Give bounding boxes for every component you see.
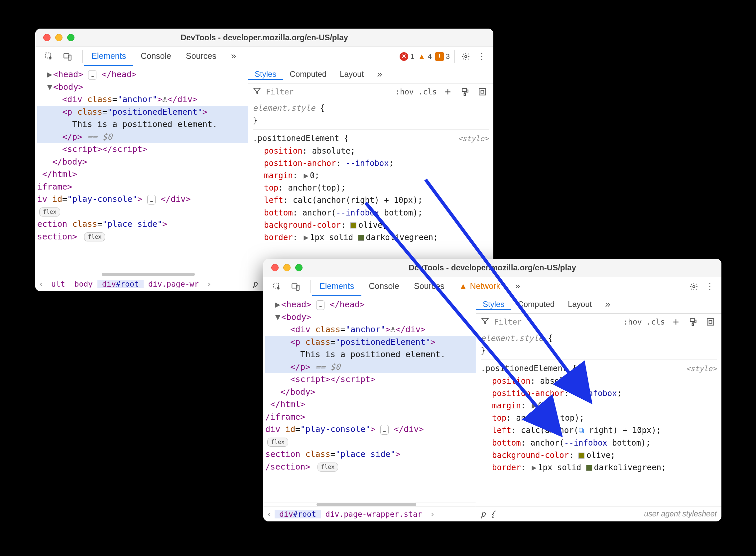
cls-button[interactable]: .cls (419, 88, 437, 96)
svg-rect-12 (690, 319, 694, 321)
settings-icon[interactable] (460, 50, 472, 63)
cls-button[interactable]: .cls (647, 318, 665, 326)
selected-dom-node[interactable]: <p class="positionedElement"> (265, 336, 476, 348)
kebab-icon[interactable]: ⋮ (704, 280, 716, 293)
tab-elements[interactable]: Elements (84, 47, 133, 66)
horizontal-scrollbar[interactable] (35, 272, 248, 276)
ellipsis-badge[interactable]: … (316, 300, 324, 310)
inspect-icon[interactable] (271, 280, 283, 293)
close-icon[interactable] (43, 34, 50, 41)
flex-badge[interactable]: flex (39, 208, 60, 217)
divider (82, 50, 83, 63)
ellipsis-badge[interactable]: … (147, 195, 155, 205)
ellipsis-badge[interactable]: … (380, 425, 389, 435)
maximize-icon[interactable] (67, 34, 74, 41)
info-badge[interactable]: !3 (435, 52, 450, 61)
horizontal-scrollbar[interactable] (263, 502, 476, 506)
hov-button[interactable]: :hov (623, 318, 642, 326)
breadcrumb-next[interactable]: › (427, 510, 438, 518)
tab-layout[interactable]: Layout (333, 69, 370, 80)
computed-toggle-icon[interactable] (704, 316, 717, 328)
filter-input[interactable]: Filter (266, 88, 391, 96)
panel-tabs: Elements Console Sources ▲Network » (312, 277, 528, 296)
kebab-icon[interactable]: ⋮ (475, 50, 488, 63)
breadcrumb-prev[interactable]: ‹ (263, 510, 275, 518)
computed-toggle-icon[interactable] (476, 85, 489, 98)
filter-icon (253, 86, 261, 97)
warnings-badge[interactable]: ▲4 (418, 52, 432, 61)
anchor-icon: ⚓ (162, 95, 167, 104)
minimize-icon[interactable] (283, 264, 291, 271)
tab-sources[interactable]: Sources (179, 47, 224, 66)
minimize-icon[interactable] (55, 34, 63, 41)
inspect-icon[interactable] (42, 50, 55, 63)
hov-button[interactable]: :hov (395, 88, 413, 96)
anchor-icon: ⚓ (390, 324, 395, 334)
divider (311, 280, 311, 293)
ellipsis-badge[interactable]: … (88, 70, 97, 80)
dom-tree[interactable]: ▶<head> … </head> ▼<body> <div class="an… (35, 66, 248, 272)
maximize-icon[interactable] (295, 264, 302, 271)
breadcrumb-item[interactable]: div.page-wrapper.star (321, 510, 427, 518)
settings-icon[interactable] (687, 280, 700, 293)
tab-computed[interactable]: Computed (511, 300, 561, 310)
traffic-lights (263, 264, 302, 271)
devtools-window-1: DevTools - developer.mozilla.org/en-US/p… (35, 29, 493, 291)
styles-rules[interactable]: element.style { } .positionedElement { <… (476, 330, 721, 506)
breadcrumb-item[interactable]: div#root (275, 510, 321, 518)
paint-icon[interactable] (459, 85, 471, 98)
tab-layout[interactable]: Layout (561, 300, 599, 310)
breadcrumb-prev[interactable]: ‹ (35, 280, 46, 288)
style-source-link[interactable]: <style> (686, 363, 717, 375)
breadcrumb-item[interactable]: div.page-wr (144, 280, 204, 288)
titlebar: DevTools - developer.mozilla.org/en-US/p… (263, 259, 721, 277)
more-tabs[interactable]: » (599, 299, 617, 311)
svg-point-3 (465, 55, 467, 58)
svg-rect-7 (481, 90, 484, 93)
style-source-link[interactable]: <style> (458, 133, 489, 144)
new-style-icon[interactable]: + (441, 85, 454, 98)
filter-icon (481, 317, 490, 327)
device-toggle-icon[interactable] (289, 280, 302, 293)
dom-tree[interactable]: ▶<head> … </head> ▼<body> <div class="an… (263, 296, 476, 502)
close-icon[interactable] (271, 264, 279, 271)
svg-rect-6 (479, 89, 486, 95)
tab-sources[interactable]: Sources (406, 277, 452, 296)
anchor-link-icon[interactable]: ⧉ (578, 426, 584, 435)
tab-computed[interactable]: Computed (283, 69, 333, 80)
svg-point-11 (693, 285, 695, 288)
paint-icon[interactable] (687, 316, 699, 328)
breadcrumb-item[interactable]: ult (46, 280, 70, 288)
breadcrumb-item[interactable]: body (70, 280, 98, 288)
tab-network[interactable]: ▲Network (452, 277, 508, 296)
errors-badge[interactable]: ✕1 (400, 52, 414, 61)
flex-badge[interactable]: flex (267, 438, 288, 447)
window-title: DevTools - developer.mozilla.org/en-US/p… (263, 263, 721, 272)
flex-badge[interactable]: flex (84, 233, 105, 242)
more-tabs[interactable]: » (370, 69, 389, 80)
tab-console[interactable]: Console (361, 277, 406, 296)
more-tabs[interactable]: » (508, 277, 528, 296)
devtools-window-2: DevTools - developer.mozilla.org/en-US/p… (263, 259, 721, 521)
tab-styles[interactable]: Styles (248, 69, 283, 80)
tab-console[interactable]: Console (133, 47, 179, 66)
styles-rules[interactable]: element.style { } .positionedElement { <… (248, 100, 493, 276)
svg-rect-4 (462, 89, 466, 92)
tab-elements[interactable]: Elements (312, 277, 361, 296)
tab-styles[interactable]: Styles (476, 300, 511, 310)
styles-tabs: Styles Computed Layout » (476, 296, 721, 314)
svg-rect-5 (464, 94, 465, 95)
breadcrumb-next[interactable]: › (204, 280, 215, 288)
new-style-icon[interactable]: + (670, 316, 682, 328)
filter-input[interactable]: Filter (494, 318, 619, 326)
styles-tabs: Styles Computed Layout » (248, 66, 493, 83)
selected-dom-node[interactable]: <p class="positionedElement"> (37, 106, 248, 118)
device-toggle-icon[interactable] (61, 50, 74, 63)
main-toolbar: Elements Console Sources » ✕1 ▲4 !3 ⋮ (35, 47, 493, 66)
anchor-link-icon[interactable]: ⧉ (549, 413, 555, 423)
flex-badge[interactable]: flex (318, 462, 338, 472)
svg-rect-14 (707, 319, 714, 325)
breadcrumbs: ‹ div#root div.page-wrapper.star › (263, 506, 476, 521)
breadcrumb-item[interactable]: div#root (98, 280, 144, 288)
more-tabs[interactable]: » (224, 47, 244, 66)
